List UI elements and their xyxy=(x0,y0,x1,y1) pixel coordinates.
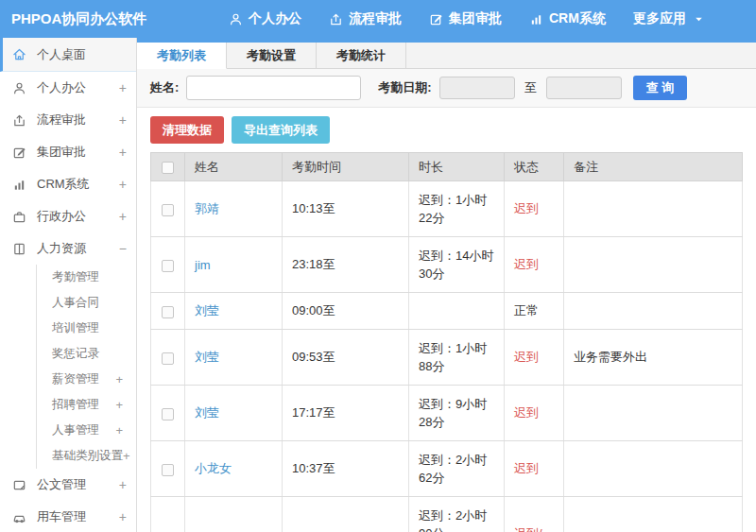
edit-icon xyxy=(12,146,28,160)
expand-toggle-icon[interactable]: − xyxy=(119,241,127,256)
employee-name-link[interactable]: 刘莹 xyxy=(195,350,219,364)
duration-cell: 迟到：1小时22分 xyxy=(409,181,505,237)
sidebar-item-label: 流程审批 xyxy=(37,112,119,129)
row-checkbox[interactable] xyxy=(162,204,174,216)
workflow-icon xyxy=(329,12,343,26)
sidebar-item-human-resources[interactable]: 人力资源− xyxy=(0,232,136,265)
note-cell: 1111 xyxy=(564,497,743,532)
expand-toggle-icon[interactable]: + xyxy=(115,423,123,438)
status-cell: 迟到 xyxy=(505,181,564,237)
sidebar-item-vehicle-management[interactable]: 用车管理+ xyxy=(0,501,136,532)
expand-toggle-icon[interactable]: + xyxy=(119,177,127,192)
sidebar-subitem-attendance-management[interactable]: 考勤管理 xyxy=(37,265,136,290)
sidebar-subitem-salary-management[interactable]: 薪资管理+ xyxy=(37,367,136,392)
caret-down-icon xyxy=(692,12,706,26)
sidebar-item-workflow-approval[interactable]: 流程审批+ xyxy=(0,104,136,136)
date-to-input[interactable] xyxy=(546,77,622,99)
sidebar-subitem-training-management[interactable]: 培训管理 xyxy=(37,316,136,341)
tab-attendance-list[interactable]: 考勤列表 xyxy=(137,43,227,69)
expand-toggle-icon[interactable]: + xyxy=(119,145,127,160)
note-cell xyxy=(564,386,743,441)
col-header-note: 备注 xyxy=(564,153,743,181)
expand-toggle-icon[interactable]: + xyxy=(119,80,127,95)
duration-line: 迟到：2小时62分 xyxy=(419,451,494,487)
status-badge: 迟到 xyxy=(514,257,539,271)
sidebar-subitem-label: 基础类别设置 xyxy=(52,448,123,464)
nav-label: 个人办公 xyxy=(249,10,301,27)
row-checkbox[interactable] xyxy=(162,352,174,365)
edit-icon xyxy=(429,12,443,26)
row-checkbox[interactable] xyxy=(162,260,174,272)
status-badge: 正常 xyxy=(514,303,539,317)
search-button[interactable]: 查 询 xyxy=(633,76,688,100)
main-panel: 考勤列表考勤设置考勤统计 姓名: 考勤日期: 至 查 询 清理数据 导出查询列表… xyxy=(137,38,756,532)
sidebar-item-label: 用车管理 xyxy=(37,508,119,525)
status-cell: 正常 xyxy=(505,293,564,330)
expand-toggle-icon[interactable]: + xyxy=(115,398,123,412)
employee-name-link[interactable]: 刘莹 xyxy=(195,303,219,317)
col-header-status: 状态 xyxy=(505,153,564,181)
book-icon xyxy=(12,242,28,256)
tab-attendance-setup[interactable]: 考勤设置 xyxy=(227,43,317,68)
clear-data-button[interactable]: 清理数据 xyxy=(150,116,224,144)
sidebar-item-personal-office[interactable]: 个人办公+ xyxy=(0,72,136,104)
employee-name-link[interactable]: 小龙女 xyxy=(195,461,232,475)
nav-crm-system[interactable]: CRM系统 xyxy=(529,10,606,27)
home-icon xyxy=(12,47,28,61)
sidebar-subitem-personnel-management[interactable]: 人事管理+ xyxy=(37,418,136,443)
sidebar-item-label: 个人办公 xyxy=(37,79,119,96)
nav-group-approval[interactable]: 集团审批 xyxy=(429,10,502,27)
expand-toggle-icon[interactable]: + xyxy=(115,372,123,386)
status-cell: 迟到/早退 xyxy=(505,497,564,532)
table-row: 小龙女10:37至迟到：2小时62分迟到 xyxy=(151,441,743,497)
nav-workflow-approval[interactable]: 流程审批 xyxy=(329,10,402,27)
col-header-time: 考勤时间 xyxy=(283,153,409,181)
expand-toggle-icon[interactable]: + xyxy=(119,209,127,224)
row-checkbox[interactable] xyxy=(162,306,174,318)
expand-toggle-icon[interactable]: + xyxy=(123,449,130,463)
status-cell: 迟到 xyxy=(505,386,564,441)
expand-toggle-icon[interactable]: + xyxy=(119,509,127,524)
attendance-time-cell: 10:37至 xyxy=(283,441,409,497)
employee-name-link[interactable]: 郭靖 xyxy=(195,201,219,215)
date-from-input[interactable] xyxy=(439,77,515,99)
duration-line: 迟到：14小时30分 xyxy=(419,247,494,283)
sidebar-item-personal-desktop[interactable]: 个人桌面 xyxy=(0,38,136,72)
row-checkbox[interactable] xyxy=(162,464,174,476)
duration-line: 迟到：9小时28分 xyxy=(419,395,494,431)
duration-cell: 迟到：14小时30分 xyxy=(409,237,505,293)
name-input[interactable] xyxy=(186,76,361,100)
nav-personal-office[interactable]: 个人办公 xyxy=(229,10,301,27)
expand-toggle-icon[interactable]: + xyxy=(119,112,127,128)
employee-name-link[interactable]: jim xyxy=(195,258,211,272)
nav-label: 流程审批 xyxy=(349,10,402,27)
sidebar-item-admin-office[interactable]: 行政办公+ xyxy=(0,200,136,232)
sidebar-subitem-label: 考勤管理 xyxy=(52,269,123,285)
status-badge: 迟到 xyxy=(514,201,539,215)
attendance-time-cell: 10:13至 xyxy=(283,181,409,237)
row-checkbox[interactable] xyxy=(162,408,174,420)
sidebar-subitem-reward-punishment[interactable]: 奖惩记录 xyxy=(37,341,136,367)
attendance-time-cell: 23:18至 xyxy=(283,237,409,293)
sidebar-item-group-approval[interactable]: 集团审批+ xyxy=(0,136,136,168)
sidebar-subitem-base-category-settings[interactable]: 基础类别设置+ xyxy=(37,443,136,469)
duration-line: 迟到：1小时22分 xyxy=(419,191,494,227)
export-list-button[interactable]: 导出查询列表 xyxy=(232,116,330,144)
status-badge: 迟到/早退 xyxy=(514,526,542,532)
table-row: jim23:18至迟到：14小时30分迟到 xyxy=(151,237,743,293)
tab-attendance-stats[interactable]: 考勤统计 xyxy=(317,43,406,68)
sidebar-item-crm-system[interactable]: CRM系统+ xyxy=(0,168,136,200)
nav-more-apps[interactable]: 更多应用 xyxy=(633,10,706,27)
sidebar-item-document-management[interactable]: 公文管理+ xyxy=(0,469,136,501)
workflow-icon xyxy=(12,113,28,128)
bar-chart-icon xyxy=(529,12,543,26)
sidebar-item-label: CRM系统 xyxy=(37,176,119,193)
sidebar-subitem-label: 招聘管理 xyxy=(52,397,115,413)
bar-chart-icon xyxy=(12,178,28,192)
status-cell: 迟到 xyxy=(505,330,564,386)
select-all-checkbox[interactable] xyxy=(162,162,174,174)
employee-name-link[interactable]: 刘莹 xyxy=(195,405,219,420)
expand-toggle-icon[interactable]: + xyxy=(119,477,127,492)
sidebar-subitem-personnel-contract[interactable]: 人事合同 xyxy=(37,290,136,316)
sidebar-subitem-recruitment-management[interactable]: 招聘管理+ xyxy=(37,392,136,418)
